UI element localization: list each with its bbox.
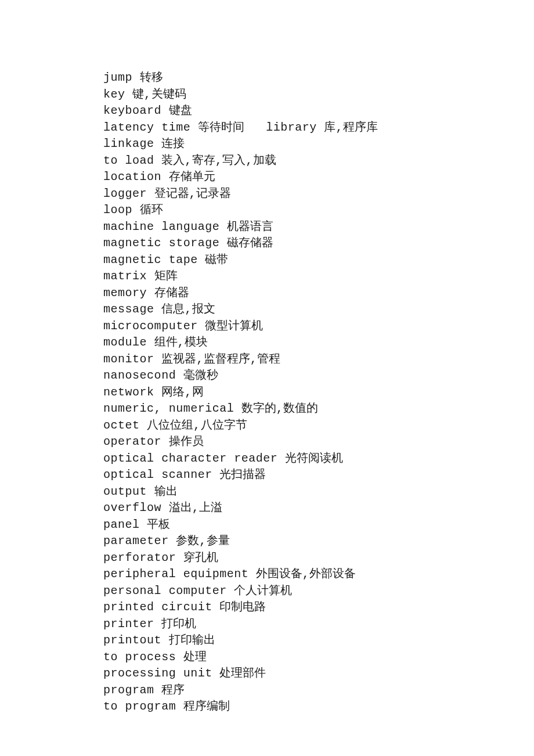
- glossary-line: parameter 参数,参量: [103, 533, 488, 549]
- glossary-line: latency time 等待时间 library 库,程序库: [103, 120, 488, 136]
- document-page: jump 转移key 键,关键码keyboard 键盘latency time …: [0, 0, 534, 715]
- glossary-list: jump 转移key 键,关键码keyboard 键盘latency time …: [103, 70, 488, 715]
- glossary-line: optical character reader 光符阅读机: [103, 451, 488, 467]
- glossary-line: machine language 机器语言: [103, 219, 488, 235]
- glossary-line: to process 处理: [103, 649, 488, 665]
- glossary-line: personal computer 个人计算机: [103, 583, 488, 599]
- glossary-line: message 信息,报文: [103, 301, 488, 318]
- glossary-line: keyboard 键盘: [103, 103, 488, 119]
- glossary-line: panel 平板: [103, 517, 488, 533]
- glossary-line: overflow 溢出,上溢: [103, 500, 488, 516]
- glossary-line: numeric, numerical 数字的,数值的: [103, 401, 488, 417]
- glossary-line: peripheral equipment 外围设备,外部设备: [103, 566, 488, 582]
- glossary-line: perforator 穿孔机: [103, 550, 488, 566]
- glossary-line: processing unit 处理部件: [103, 665, 488, 682]
- glossary-line: nanosecond 毫微秒: [103, 368, 488, 384]
- glossary-line: monitor 监视器,监督程序,管程: [103, 351, 488, 368]
- glossary-line: program 程序: [103, 682, 488, 699]
- glossary-line: optical scanner 光扫描器: [103, 467, 488, 483]
- glossary-line: to program 程序编制: [103, 699, 488, 715]
- glossary-line: printer 打印机: [103, 616, 488, 632]
- glossary-line: printout 打印输出: [103, 632, 488, 649]
- glossary-line: matrix 矩阵: [103, 268, 488, 285]
- glossary-line: location 存储单元: [103, 169, 488, 185]
- glossary-line: logger 登记器,记录器: [103, 186, 488, 202]
- glossary-line: operator 操作员: [103, 434, 488, 450]
- glossary-line: magnetic storage 磁存储器: [103, 235, 488, 251]
- glossary-line: module 组件,模块: [103, 334, 488, 351]
- glossary-line: magnetic tape 磁带: [103, 252, 488, 268]
- glossary-line: loop 循环: [103, 202, 488, 218]
- glossary-line: jump 转移: [103, 70, 488, 86]
- glossary-line: microcomputer 微型计算机: [103, 318, 488, 334]
- glossary-line: memory 存储器: [103, 285, 488, 301]
- glossary-line: to load 装入,寄存,写入,加载: [103, 153, 488, 169]
- glossary-line: network 网络,网: [103, 384, 488, 401]
- glossary-line: octet 八位位组,八位字节: [103, 417, 488, 434]
- glossary-line: printed circuit 印制电路: [103, 599, 488, 615]
- glossary-line: linkage 连接: [103, 136, 488, 152]
- glossary-line: key 键,关键码: [103, 87, 488, 103]
- glossary-line: output 输出: [103, 484, 488, 500]
